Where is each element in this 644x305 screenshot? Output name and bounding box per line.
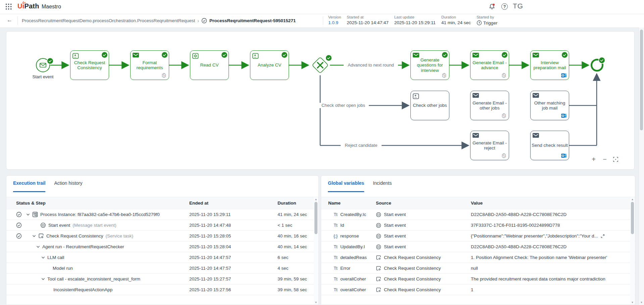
node-other-matching-job-mail[interactable]: Other matching job mail	[530, 91, 569, 120]
variable-row-updatedby[interactable]: TtUpdatedBy.I Start event D22C8ABD-2A50-…	[321, 242, 635, 252]
zoom-in-button[interactable]: +	[589, 155, 598, 164]
node-send-check-result[interactable]: Send check result	[530, 131, 569, 160]
scrollbar-thumb[interactable]	[640, 30, 643, 130]
trail-row-agent-run[interactable]: Agent run - RecruitmentRequestChecker 20…	[6, 242, 318, 252]
chevron-down-icon[interactable]	[32, 235, 36, 237]
user-avatar[interactable]: TG	[513, 2, 523, 10]
help-glyph: ?	[503, 4, 506, 9]
node-check-request-consistency[interactable]: Check Request Consistency	[70, 50, 109, 80]
node-start-event[interactable]	[36, 58, 50, 72]
scroll-up-icon[interactable]: ▲	[630, 198, 635, 201]
service-task-icon	[38, 233, 44, 239]
scrollbar-thumb[interactable]	[631, 202, 634, 234]
app-launcher-icon[interactable]	[6, 4, 12, 10]
step-sublabel: (Message start event)	[72, 223, 116, 228]
success-badge-icon	[326, 55, 332, 61]
breadcrumb-process-link[interactable]: ProcessRecruitmentRequestDemo.processOrc…	[22, 18, 195, 23]
node-read-cv[interactable]: Read CV	[190, 50, 229, 80]
node-label-start: Start event	[31, 74, 55, 80]
version-link[interactable]: 1.0.9	[328, 20, 341, 25]
notifications-bell-icon[interactable]	[489, 3, 495, 10]
trail-scrollbar[interactable]: ▲ ▼	[314, 197, 318, 305]
trail-row-check-request-consistency[interactable]: Check Request Consistency (Service task)…	[6, 231, 318, 242]
back-button[interactable]: ←	[7, 17, 12, 24]
meta-label: Started by	[477, 15, 497, 19]
chevron-down-icon[interactable]	[41, 256, 45, 259]
agent-task-icon	[72, 53, 79, 59]
scrollbar-thumb[interactable]	[314, 202, 317, 234]
success-check-icon	[16, 212, 22, 217]
duration-value: 39 min, 59 sec	[278, 276, 308, 281]
node-check-other-jobs[interactable]: Check other jobs	[410, 91, 449, 120]
tab-incidents[interactable]: Incidents	[373, 180, 392, 192]
node-generate-email-other-jobs[interactable]: Generate Email - other jobs	[470, 91, 509, 120]
scroll-down-icon[interactable]: ▼	[630, 301, 635, 304]
success-badge-icon	[47, 58, 53, 64]
variable-row-overall-coherence[interactable]: TtoverallCoher Check Request Consistency…	[321, 274, 635, 285]
meta-label: Duration	[441, 15, 471, 19]
trail-row-process-instance[interactable]: Process Instance: f87aa382-ca5e-47b6-bea…	[6, 209, 318, 220]
node-format-requirements[interactable]: Format requirements	[130, 50, 169, 80]
chevron-down-icon[interactable]	[36, 246, 40, 248]
variable-row-overall-coherence-score[interactable]: TtoverallCoher Check Request Consistency…	[321, 285, 635, 295]
trail-row-start-event[interactable]: Start event (Message start event) 2025-1…	[6, 220, 318, 231]
trail-row-llm-call[interactable]: LLM call 2025-11-20 14:47:57 6 sec	[6, 252, 318, 263]
scroll-down-icon[interactable]: ▼	[639, 301, 644, 304]
tab-action-history[interactable]: Action history	[54, 180, 82, 192]
success-badge-icon	[102, 52, 107, 58]
variable-row-response[interactable]: {;}response Start event {"Positionname":…	[321, 231, 635, 242]
process-diagram-canvas[interactable]: Advanced to next round Check other open …	[6, 31, 635, 170]
fit-view-button[interactable]	[611, 155, 620, 164]
uipath-logo[interactable]: UiPath	[17, 2, 39, 10]
variable-row-detailed-reason[interactable]: TtdetailedReas Check Request Consistency…	[321, 252, 635, 263]
variable-row-error[interactable]: TtError Check Request Consistency null	[321, 263, 635, 274]
page-scrollbar[interactable]: ▼	[639, 28, 644, 305]
node-analyze-cv[interactable]: Analyze CV	[250, 50, 289, 80]
node-interview-preparation-mail[interactable]: Interview preparation mail	[530, 50, 569, 80]
variable-value: 1. Position Alignment Check: The positio…	[471, 255, 607, 260]
node-label: Format requirements	[132, 60, 168, 70]
node-end-event[interactable]	[591, 59, 603, 72]
agent-task-icon	[413, 93, 419, 99]
duration-value: 6 sec	[278, 255, 308, 260]
node-label: Send check result	[532, 143, 567, 148]
instance-meta: Version 1.0.9 Started at 2025-11-20 14:4…	[328, 15, 497, 26]
email-task-icon	[473, 53, 479, 57]
variable-source: Check Request Consistency	[384, 255, 441, 260]
text-type-icon: Tt	[333, 266, 338, 271]
meta-value: 2025-11-20 15:29:11	[394, 20, 436, 25]
tab-execution-trail[interactable]: Execution trail	[13, 180, 45, 192]
brain-icon	[501, 73, 507, 78]
divider	[323, 16, 323, 25]
step-label: Start event	[48, 223, 70, 228]
column-ended-at: Ended at	[189, 201, 278, 206]
variable-row-createdby[interactable]: TtCreatedBy.Ic Start event D22C8ABD-2A50…	[321, 209, 635, 220]
meta-duration: Duration 41 min, 24 sec	[441, 15, 471, 26]
column-status-step: Status & Step	[6, 201, 189, 206]
node-generate-questions[interactable]: Generate questions for interview	[410, 50, 449, 80]
agent-task-icon	[252, 53, 259, 59]
logo-path: Path	[24, 2, 39, 10]
expand-value-icon[interactable]	[601, 234, 605, 238]
chevron-down-icon[interactable]	[26, 213, 30, 216]
variable-source: Start event	[384, 244, 406, 249]
meta-version: Version 1.0.9	[328, 15, 341, 26]
text-type-icon: Tt	[333, 212, 338, 217]
node-exclusive-gateway[interactable]	[310, 55, 330, 75]
scroll-up-icon[interactable]: ▲	[314, 198, 318, 201]
variable-row-id[interactable]: TtId Start event 37F3337C-17C6-F011-8195…	[321, 220, 635, 231]
variable-name: Error	[340, 266, 350, 271]
zoom-out-button[interactable]: −	[600, 155, 609, 164]
scroll-down-icon[interactable]: ▼	[314, 301, 318, 304]
tab-global-variables[interactable]: Global variables	[328, 180, 364, 192]
service-task-icon	[376, 287, 381, 293]
help-icon[interactable]: ?	[501, 3, 508, 10]
chevron-down-icon[interactable]	[41, 278, 45, 280]
trail-row-inconsistent-request-app[interactable]: IncosistentRequestActionApp 2025-11-20 1…	[6, 285, 318, 295]
meta-started-at: Started at 2025-11-20 14:47:47	[347, 15, 388, 26]
node-generate-email-reject[interactable]: Generate Email - reject	[470, 131, 509, 160]
trail-row-tool-call[interactable]: Tool call - escalate_inconsistent_reques…	[6, 274, 318, 285]
node-generate-email-advance[interactable]: Generate Email - advance	[470, 50, 509, 80]
variables-scrollbar[interactable]: ▲ ▼	[630, 197, 635, 305]
trail-row-model-run[interactable]: Model run 2025-11-20 14:47:57 4 sec	[6, 263, 318, 274]
